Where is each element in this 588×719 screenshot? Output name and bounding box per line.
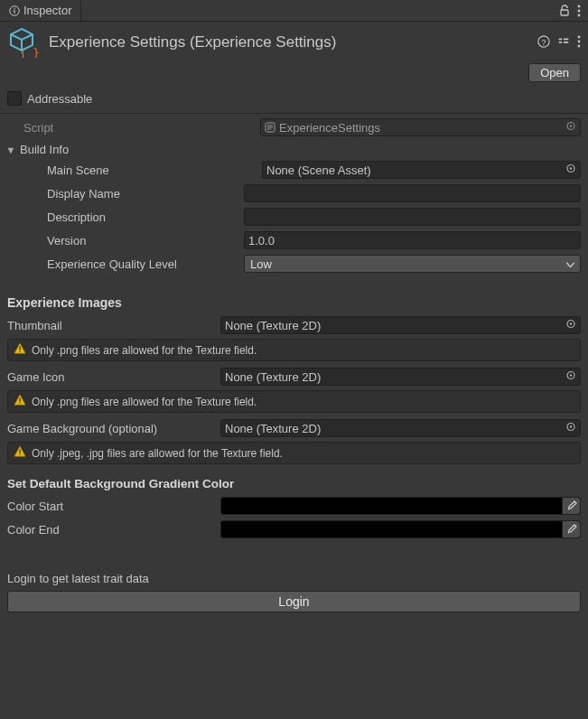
chevron-down-icon (566, 257, 574, 271)
asset-header: { } Experience Settings (Experience Sett… (0, 22, 588, 63)
script-icon (265, 122, 275, 133)
addressable-checkbox[interactable] (7, 91, 22, 106)
gradient-title: Set Default Background Gradient Color (7, 477, 581, 490)
object-picker-icon (565, 121, 576, 135)
foldout-arrow-icon: ▼ (5, 145, 16, 155)
quality-level-dropdown[interactable]: Low (244, 255, 581, 273)
svg-rect-13 (559, 42, 563, 43)
color-end-label: Color End (7, 523, 220, 537)
color-start-label: Color Start (7, 500, 220, 513)
warning-icon (14, 445, 26, 461)
svg-point-16 (578, 35, 581, 38)
login-button[interactable]: Login (7, 591, 581, 612)
main-scene-field[interactable]: None (Scene Asset) (262, 161, 581, 179)
svg-point-4 (578, 5, 581, 7)
game-background-field[interactable]: None (Texture 2D) (220, 419, 581, 437)
description-label: Description (47, 210, 244, 224)
help-icon[interactable]: ? (537, 35, 550, 51)
game-icon-field[interactable]: None (Texture 2D) (220, 368, 581, 386)
display-name-input[interactable] (244, 184, 581, 202)
thumbnail-field[interactable]: None (Texture 2D) (220, 316, 581, 334)
svg-rect-15 (564, 42, 568, 43)
login-message: Login to get latest trait data (7, 572, 581, 585)
object-picker-icon[interactable] (565, 422, 576, 435)
build-info-label: Build Info (20, 143, 69, 156)
version-input[interactable]: 1.0.0 (244, 231, 581, 249)
kebab-menu-icon[interactable] (577, 35, 581, 51)
thumbnail-warning: Only .png files are allowed for the Text… (7, 339, 581, 361)
experience-images-title: Experience Images (7, 295, 581, 310)
svg-point-26 (570, 167, 572, 169)
display-name-label: Display Name (47, 187, 244, 201)
script-label: Script (23, 121, 260, 135)
svg-rect-3 (561, 10, 568, 15)
quality-level-label: Experience Quality Level (47, 257, 244, 271)
svg-point-28 (570, 322, 572, 324)
addressable-label: Addressable (27, 92, 92, 106)
scriptable-object-icon: { } (7, 27, 40, 58)
svg-rect-14 (564, 38, 568, 40)
object-picker-icon[interactable] (565, 370, 576, 384)
game-background-label: Game Background (optional) (7, 422, 220, 435)
warning-icon (14, 342, 26, 358)
description-input[interactable] (244, 208, 581, 226)
svg-text:?: ? (542, 37, 546, 46)
svg-point-24 (570, 125, 572, 126)
svg-line-40 (568, 532, 569, 533)
svg-rect-33 (19, 397, 20, 401)
script-field: ExperienceSettings (260, 118, 581, 136)
svg-point-36 (570, 425, 572, 427)
svg-rect-1 (14, 9, 14, 13)
lock-icon[interactable] (559, 5, 570, 17)
script-value: ExperienceSettings (279, 121, 380, 135)
svg-point-17 (578, 40, 581, 42)
svg-rect-37 (19, 449, 20, 453)
color-start-field[interactable] (220, 497, 581, 515)
svg-point-32 (570, 374, 572, 376)
window-tab-bar: Inspector (0, 0, 588, 22)
main-scene-value: None (Scene Asset) (266, 163, 371, 177)
svg-rect-29 (19, 346, 20, 350)
version-label: Version (47, 234, 244, 247)
game-background-warning: Only .jpeg, .jpg files are allowed for t… (7, 442, 581, 464)
svg-line-39 (568, 509, 569, 509)
eyedropper-icon[interactable] (562, 498, 580, 514)
color-end-field[interactable] (220, 520, 581, 538)
info-icon (9, 5, 20, 16)
object-picker-icon[interactable] (565, 163, 576, 177)
svg-point-5 (578, 9, 581, 12)
object-picker-icon[interactable] (565, 319, 576, 332)
eyedropper-icon[interactable] (562, 521, 580, 537)
svg-rect-12 (559, 38, 563, 40)
svg-point-6 (578, 14, 581, 16)
svg-rect-30 (19, 351, 20, 352)
svg-rect-38 (19, 454, 20, 455)
inspector-tab[interactable]: Inspector (0, 0, 81, 21)
tab-label: Inspector (23, 4, 71, 17)
svg-rect-2 (14, 7, 14, 8)
svg-text:{ }: { } (20, 47, 40, 58)
thumbnail-label: Thumbnail (7, 319, 220, 332)
game-icon-warning: Only .png files are allowed for the Text… (7, 390, 581, 413)
svg-rect-34 (19, 403, 20, 404)
kebab-menu-icon[interactable] (577, 5, 581, 17)
main-scene-label: Main Scene (47, 163, 262, 177)
game-icon-label: Game Icon (7, 370, 220, 384)
warning-icon (14, 394, 26, 409)
presets-icon[interactable] (557, 35, 570, 51)
open-button[interactable]: Open (528, 63, 581, 82)
build-info-foldout[interactable]: ▼ Build Info (5, 143, 581, 156)
svg-point-18 (578, 44, 581, 47)
asset-title: Experience Settings (Experience Settings… (49, 33, 528, 51)
